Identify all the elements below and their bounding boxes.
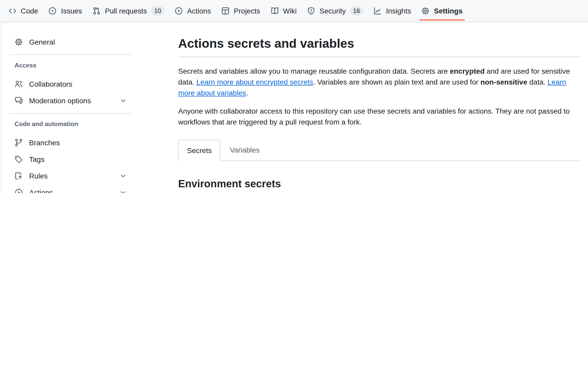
intro-bold-encrypted: encrypted: [450, 67, 485, 75]
sidebar-item-actions[interactable]: Actions: [8, 184, 131, 193]
sidebar-item-label: Actions: [29, 188, 53, 193]
table-icon: [221, 7, 230, 15]
tab-security[interactable]: Security 16: [303, 0, 367, 22]
tab-pull-requests[interactable]: Pull requests 10: [88, 0, 169, 22]
repo-tab-nav: Code Issues Pull requests 10 Actions Pro…: [0, 0, 588, 22]
sidebar-item-label: Branches: [29, 139, 60, 147]
tab-settings[interactable]: Settings: [417, 0, 467, 22]
tab-label: Actions: [187, 7, 211, 15]
rules-icon: [15, 172, 23, 180]
sidebar-section-access: Access: [15, 59, 131, 72]
security-counter: 16: [350, 6, 363, 16]
sidebar-item-label: General: [29, 38, 55, 46]
chevron-down-icon: [119, 189, 127, 193]
intro-text: data.: [527, 78, 547, 86]
tab-label: Pull requests: [105, 7, 147, 15]
tab-label: Security: [319, 7, 346, 15]
tab-secrets[interactable]: Secrets: [178, 140, 220, 161]
sidebar-item-branches[interactable]: Branches: [8, 134, 131, 151]
tab-projects[interactable]: Projects: [217, 0, 264, 22]
link-learn-encrypted-secrets[interactable]: Learn more about encrypted secrets: [196, 78, 313, 86]
sidebar-item-tags[interactable]: Tags: [8, 151, 131, 168]
tab-label: Code: [21, 7, 38, 15]
tab-issues[interactable]: Issues: [44, 0, 86, 22]
tag-icon: [15, 155, 23, 163]
main-content: Actions secrets and variables Secrets an…: [178, 22, 580, 193]
book-icon: [270, 7, 279, 15]
sidebar-item-label: Rules: [29, 172, 48, 180]
chevron-down-icon: [119, 172, 127, 180]
tab-label: Wiki: [283, 7, 297, 15]
sidebar-item-moderation-options[interactable]: Moderation options: [8, 92, 131, 109]
chevron-down-icon: [119, 97, 127, 104]
intro-text: . Variables are shown as plain text and …: [313, 78, 480, 86]
sidebar-divider: [8, 113, 131, 114]
sidebar-item-collaborators[interactable]: Collaborators: [8, 76, 131, 92]
people-icon: [15, 80, 23, 88]
sidebar-item-label: Collaborators: [29, 80, 72, 88]
settings-sidebar: General Access Collaborators Moderation …: [0, 22, 135, 193]
tab-label: Issues: [61, 7, 82, 15]
page-title: Actions secrets and variables: [178, 36, 580, 51]
secrets-variables-tabnav: Secrets Variables: [178, 140, 580, 161]
tab-label: Insights: [386, 7, 411, 15]
code-icon: [8, 7, 17, 15]
issue-opened-icon: [49, 7, 57, 15]
sidebar-section-code-and-automation: Code and automation: [15, 118, 131, 130]
tab-label: Projects: [234, 7, 260, 15]
sidebar-item-general[interactable]: General: [8, 34, 131, 50]
sidebar-item-label: Moderation options: [29, 96, 91, 105]
intro-bold-non-sensitive: non-sensitive: [480, 78, 527, 86]
sidebar-item-rules[interactable]: Rules: [8, 168, 131, 184]
collaborator-note-paragraph: Anyone with collaborator access to this …: [178, 106, 580, 128]
intro-text: .: [246, 89, 248, 97]
play-icon: [15, 188, 23, 193]
play-icon: [175, 7, 183, 15]
intro-paragraph: Secrets and variables allow you to manag…: [178, 66, 580, 99]
sidebar-divider: [8, 54, 131, 55]
tab-variables[interactable]: Variables: [222, 140, 268, 160]
title-divider: [178, 57, 580, 57]
github-settings-page: Code Issues Pull requests 10 Actions Pro…: [0, 0, 588, 193]
sidebar-item-label: Tags: [29, 155, 44, 163]
graph-icon: [373, 7, 382, 15]
tab-insights[interactable]: Insights: [369, 0, 415, 22]
tab-wiki[interactable]: Wiki: [266, 0, 301, 22]
shield-icon: [307, 7, 315, 15]
git-branch-icon: [15, 139, 23, 147]
tab-code[interactable]: Code: [4, 0, 42, 22]
intro-text: Secrets and variables allow you to manag…: [178, 67, 450, 75]
comment-discussion-icon: [15, 96, 23, 105]
tab-label: Settings: [434, 7, 463, 15]
gear-icon: [15, 38, 23, 46]
gear-icon: [422, 7, 430, 15]
tab-actions[interactable]: Actions: [170, 0, 215, 22]
git-pull-request-icon: [92, 7, 101, 15]
pull-requests-counter: 10: [151, 6, 164, 16]
environment-secrets-heading: Environment secrets: [178, 176, 580, 191]
